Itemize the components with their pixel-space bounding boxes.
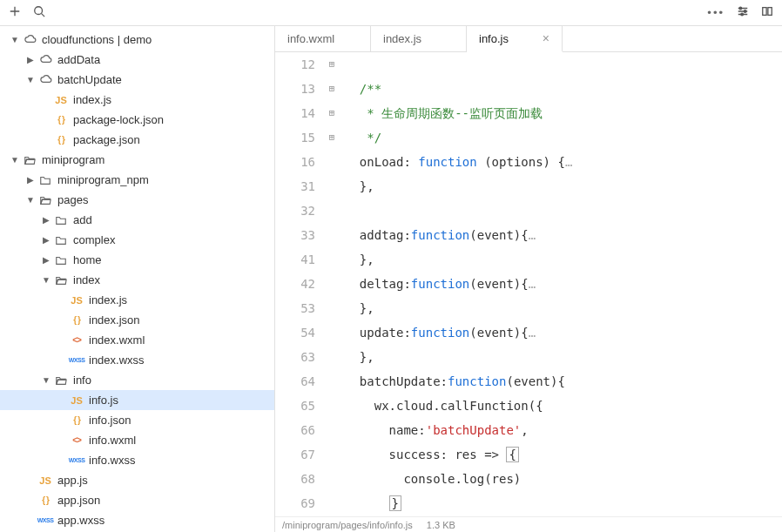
tree-item-info-wxss[interactable]: info.wxss bbox=[0, 450, 274, 470]
tree-item-app-wxss[interactable]: app.wxss bbox=[0, 510, 274, 530]
chevron-down-icon[interactable]: ▼ bbox=[42, 275, 51, 285]
tree-item-label: miniprogram bbox=[42, 153, 104, 166]
tree-item-info-js[interactable]: JSinfo.js bbox=[0, 390, 274, 410]
chevron-right-icon[interactable]: ▶ bbox=[26, 175, 35, 185]
more-icon[interactable]: ••• bbox=[707, 6, 725, 19]
chevron-down-icon[interactable]: ▼ bbox=[10, 35, 19, 44]
token-kw: function bbox=[411, 228, 469, 242]
token-plain: , bbox=[521, 423, 528, 437]
tree-item-label: index.js bbox=[73, 93, 111, 106]
tree-item-package-json[interactable]: package.json bbox=[0, 130, 274, 150]
line-number: 13 bbox=[275, 77, 315, 101]
file-explorer[interactable]: ▼cloudfunctions | demo▶addData▼batchUpda… bbox=[0, 26, 275, 532]
code-line[interactable] bbox=[345, 199, 782, 223]
tree-item-label: app.js bbox=[57, 474, 88, 487]
fold-toggle-icon[interactable]: ⊞ bbox=[324, 101, 340, 125]
line-number: 63 bbox=[275, 345, 315, 369]
settings-icon[interactable] bbox=[737, 5, 749, 20]
tab-label: info.js bbox=[479, 32, 509, 45]
code-line[interactable]: }, bbox=[345, 296, 782, 320]
tree-item-index-js[interactable]: JSindex.js bbox=[0, 290, 274, 310]
fold-column[interactable]: ⊞⊞⊞⊞ bbox=[324, 52, 340, 516]
fold-toggle-icon[interactable]: ⊞ bbox=[324, 125, 340, 150]
fold-toggle-icon[interactable]: ⊞ bbox=[324, 52, 340, 77]
code-line[interactable]: }, bbox=[345, 345, 782, 369]
close-icon[interactable]: × bbox=[543, 31, 549, 45]
tree-item-miniprogram_npm[interactable]: ▶miniprogram_npm bbox=[0, 170, 274, 190]
code-line[interactable]: */ bbox=[345, 125, 782, 150]
js-icon: JS bbox=[69, 395, 84, 406]
chevron-right-icon[interactable]: ▶ bbox=[42, 255, 51, 265]
tree-item-package-lock-json[interactable]: package-lock.json bbox=[0, 110, 274, 130]
status-bar: /miniprogram/pages/info/info.js 1.3 KB bbox=[275, 516, 782, 532]
chevron-right-icon[interactable]: ▶ bbox=[42, 215, 51, 225]
tree-item-app-json[interactable]: app.json bbox=[0, 490, 274, 510]
token-plain: onLoad: bbox=[345, 155, 418, 169]
svg-point-1 bbox=[739, 7, 742, 10]
tab-info-js[interactable]: info.js× bbox=[467, 26, 563, 52]
panel-icon[interactable] bbox=[761, 5, 773, 20]
json-icon bbox=[69, 415, 84, 425]
code-line[interactable]: }, bbox=[345, 174, 782, 199]
code-line[interactable]: } bbox=[345, 491, 782, 515]
tab-index-js[interactable]: index.js bbox=[371, 26, 467, 51]
code-line[interactable]: name:'batchUpdate', bbox=[345, 418, 782, 442]
chevron-down-icon[interactable]: ▼ bbox=[26, 75, 35, 84]
code-editor[interactable]: 1213141516313233414253546364656667686970… bbox=[275, 52, 782, 516]
line-number: 54 bbox=[275, 320, 315, 345]
code-line[interactable]: /** bbox=[345, 77, 782, 101]
fold-toggle-icon[interactable]: ⊞ bbox=[324, 77, 340, 101]
tree-item-label: add bbox=[73, 213, 92, 226]
tree-item-index-wxml[interactable]: index.wxml bbox=[0, 330, 274, 350]
code-line[interactable]: console.log(res) bbox=[345, 467, 782, 491]
tree-item-complex[interactable]: ▶complex bbox=[0, 230, 274, 250]
token-kw: function bbox=[411, 277, 469, 291]
line-number: 33 bbox=[275, 223, 315, 247]
token-plain: success: res => bbox=[345, 448, 506, 461]
code-line[interactable]: }, bbox=[345, 247, 782, 272]
tree-item-label: info.js bbox=[89, 394, 118, 407]
tree-item-index-js[interactable]: JSindex.js bbox=[0, 90, 274, 110]
tree-item-pages[interactable]: ▼pages bbox=[0, 190, 274, 210]
code-line[interactable]: * 生命周期函数--监听页面加载 bbox=[345, 101, 782, 125]
token-plain: deltag: bbox=[345, 277, 411, 291]
tab-info-wxml[interactable]: info.wxml bbox=[275, 26, 371, 51]
chevron-down-icon[interactable]: ▼ bbox=[42, 375, 51, 385]
tree-item-cloudfunctions---demo[interactable]: ▼cloudfunctions | demo bbox=[0, 30, 274, 50]
tree-item-info-json[interactable]: info.json bbox=[0, 410, 274, 430]
tree-item-label: batchUpdate bbox=[57, 73, 122, 86]
code-lines[interactable]: /** * 生命周期函数--监听页面加载 */ onLoad: function… bbox=[340, 52, 782, 516]
code-line[interactable]: addtag:function(event){… bbox=[345, 223, 782, 247]
code-line[interactable]: batchUpdate:function(event){ bbox=[345, 369, 782, 394]
tree-item-app-js[interactable]: JSapp.js bbox=[0, 470, 274, 490]
code-line[interactable]: wx.cloud.callFunction({ bbox=[345, 394, 782, 418]
tree-item-addData[interactable]: ▶addData bbox=[0, 50, 274, 70]
editor-tabs: info.wxmlindex.jsinfo.js× bbox=[275, 26, 782, 52]
tree-item-info-wxml[interactable]: info.wxml bbox=[0, 430, 274, 450]
code-line[interactable]: onLoad: function (options) {… bbox=[345, 150, 782, 174]
chevron-down-icon[interactable]: ▼ bbox=[26, 195, 35, 205]
chevron-right-icon[interactable]: ▶ bbox=[26, 55, 35, 64]
chevron-right-icon[interactable]: ▶ bbox=[42, 235, 51, 245]
tree-item-index[interactable]: ▼index bbox=[0, 270, 274, 290]
tree-item-miniprogram[interactable]: ▼miniprogram bbox=[0, 150, 274, 170]
tree-item-index-wxss[interactable]: index.wxss bbox=[0, 350, 274, 370]
search-icon[interactable] bbox=[33, 5, 45, 20]
chevron-down-icon[interactable]: ▼ bbox=[10, 155, 19, 165]
tree-item-index-json[interactable]: index.json bbox=[0, 310, 274, 330]
line-number: 69 bbox=[275, 491, 315, 515]
wxml-icon bbox=[69, 335, 84, 345]
tree-item-home[interactable]: ▶home bbox=[0, 250, 274, 270]
tree-item-info[interactable]: ▼info bbox=[0, 370, 274, 390]
code-line[interactable]: success: res => { bbox=[345, 442, 782, 467]
tree-item-label: index.wxml bbox=[89, 333, 145, 347]
editor-pane: info.wxmlindex.jsinfo.js× 12131415163132… bbox=[275, 26, 782, 532]
tree-item-batchUpdate[interactable]: ▼batchUpdate bbox=[0, 70, 274, 90]
tree-item-label: cloudfunctions | demo bbox=[42, 33, 152, 46]
line-number: 42 bbox=[275, 272, 315, 296]
tree-item-add[interactable]: ▶add bbox=[0, 210, 274, 230]
code-line[interactable] bbox=[345, 52, 782, 77]
plus-icon[interactable] bbox=[9, 5, 21, 20]
code-line[interactable]: deltag:function(event){… bbox=[345, 272, 782, 296]
code-line[interactable]: update:function(event){… bbox=[345, 320, 782, 345]
